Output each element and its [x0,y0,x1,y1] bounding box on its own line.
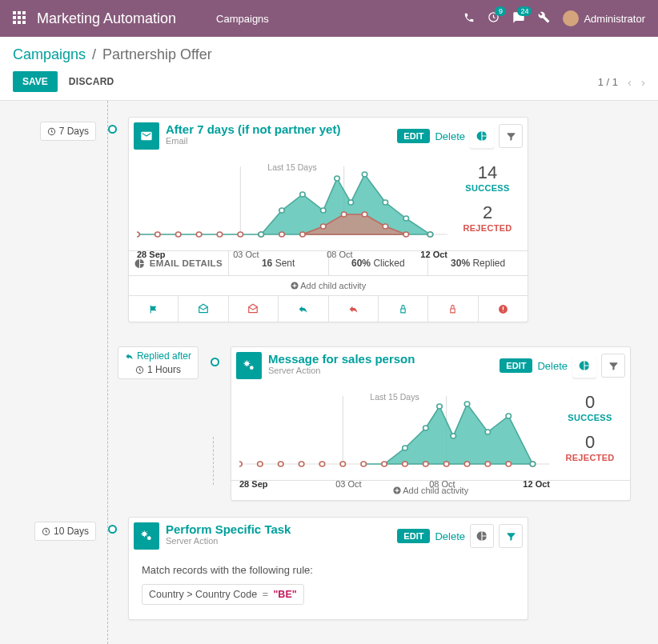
edit-button-1[interactable]: EDIT [397,129,430,143]
axis-mid1-2: 03 Oct [335,479,361,489]
trig-click-icon[interactable] [379,296,428,322]
trig-mail-closed-icon[interactable] [229,296,279,322]
svg-point-20 [217,232,222,237]
trig-bounce-icon[interactable] [479,296,528,322]
svg-rect-3 [13,16,16,19]
svg-point-25 [321,224,326,229]
svg-point-65 [403,446,407,450]
badge-notif-1: 9 [495,6,506,16]
nav-campaigns[interactable]: Campaigns [216,13,269,25]
svg-point-56 [361,462,366,466]
trigger-row [129,295,528,322]
phone-icon[interactable] [463,12,475,26]
axis-end-2: 12 Oct [523,479,550,489]
chart-view-icon-1[interactable] [470,124,494,148]
trig-reply-icon[interactable] [279,296,328,322]
pager-count: 1 / 1 [598,76,618,88]
node-dot-2 [211,358,219,366]
svg-rect-2 [22,11,26,14]
add-child-1[interactable]: Add child activity [129,275,528,295]
svg-point-40 [427,232,432,237]
email-icon [134,122,159,150]
axis-mid2-1: 08 Oct [327,250,352,259]
svg-point-67 [437,404,442,409]
trig-mail-open-icon[interactable] [179,296,228,322]
pager-next[interactable]: › [641,75,645,89]
edit-button-2[interactable]: EDIT [500,358,532,373]
svg-point-52 [279,462,283,466]
chart-view-icon-2[interactable] [572,354,596,378]
activity-title-2[interactable]: Message for sales person [268,352,500,366]
filter-view-icon-2[interactable] [601,354,625,378]
svg-rect-6 [13,21,16,24]
user-menu[interactable]: Administrator [563,10,645,26]
edit-button-3[interactable]: EDIT [397,529,430,543]
activity-type-1: Email [166,136,397,146]
svg-point-16 [137,232,139,237]
svg-point-61 [464,462,469,466]
gears-icon-3 [134,522,159,550]
filter-view-icon-3[interactable] [499,524,523,548]
chat-icon[interactable]: 24 [512,11,525,26]
svg-point-18 [176,232,181,237]
activity-card-3: Perform Specific Task Server Action EDIT… [128,517,528,620]
delete-button-2[interactable]: Delete [537,360,568,372]
svg-point-58 [403,462,407,466]
gears-icon [236,352,262,379]
activities-timeline: 7 Days After 7 days (if not partner yet)… [0,101,658,644]
pager-prev[interactable]: ‹ [628,75,632,89]
breadcrumb: Campaigns / Partnership Offer [13,46,645,63]
svg-point-59 [423,462,428,466]
svg-point-54 [319,462,324,466]
node-dot-1 [108,125,117,134]
activity-title-1[interactable]: After 7 days (if not partner yet) [166,122,397,136]
svg-rect-7 [18,21,21,24]
apps-icon[interactable] [13,11,26,26]
svg-point-68 [451,434,455,438]
svg-point-76 [147,536,151,540]
trig-noclick-icon[interactable] [428,296,478,322]
tools-icon[interactable] [538,11,550,26]
activity-card-1: After 7 days (if not partner yet) Email … [128,117,528,322]
svg-point-72 [530,462,535,466]
breadcrumb-root[interactable]: Campaigns [13,46,86,63]
app-title[interactable]: Marketing Automation [37,10,176,27]
svg-rect-1 [18,11,21,14]
svg-point-19 [196,232,201,237]
trig-flag-icon[interactable] [129,296,179,322]
svg-rect-5 [22,16,26,19]
delay-text-3: 10 Days [54,526,89,537]
delay-pill-3: 10 Days [34,522,96,541]
top-bar: Marketing Automation Campaigns 9 24 Admi… [0,0,658,37]
svg-point-69 [464,402,469,406]
delete-button-1[interactable]: Delete [435,130,465,142]
rejected-lbl-1: REJECTED [455,223,520,233]
svg-point-63 [506,462,511,466]
activity-title-3[interactable]: Perform Specific Task [166,522,397,536]
clock-icon[interactable]: 9 [487,11,500,26]
chart-label-1: Last 15 Days [267,162,316,172]
axis-start-2: 28 Sep [239,479,267,489]
svg-point-29 [403,232,408,237]
delay-pill-2: Replied after 1 Hours [118,346,199,379]
activity-card-2: Message for sales person Server Action E… [231,346,631,501]
control-panel: Campaigns / Partnership Offer SAVE DISCA… [0,37,658,101]
svg-point-34 [321,208,326,213]
filter-view-icon-1[interactable] [499,124,523,148]
axis-mid2-2: 08 Oct [429,479,455,489]
chart-view-icon-3[interactable] [470,524,494,548]
trig-noreply-icon[interactable] [329,296,379,322]
svg-point-60 [443,462,448,466]
svg-point-24 [300,232,305,237]
svg-point-38 [383,200,387,205]
chart-label-2: Last 15 Days [370,392,419,402]
svg-point-39 [403,216,408,221]
delete-button-3[interactable]: Delete [435,530,465,542]
filter-rule[interactable]: Country > Country Code = "BE" [142,584,304,605]
discard-button[interactable]: DISCARD [69,76,114,87]
save-button[interactable]: SAVE [13,71,58,92]
svg-point-55 [340,462,345,466]
svg-point-66 [423,426,428,430]
svg-point-35 [335,176,339,181]
svg-point-71 [506,414,511,418]
